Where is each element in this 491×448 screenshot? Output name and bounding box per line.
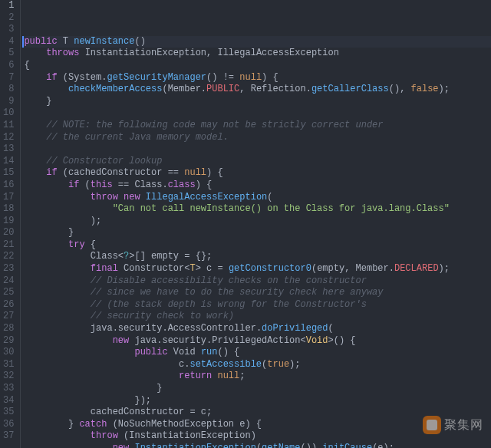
code-line[interactable]: throws InstantiationException, IllegalAc… [24, 48, 491, 60]
code-line[interactable]: return null; [24, 371, 491, 383]
code-line[interactable]: }); [24, 395, 491, 407]
code-token: Class [91, 251, 118, 262]
code-area[interactable]: 聚集网 public T newInstance() throws Instan… [21, 0, 491, 448]
code-line[interactable]: } [24, 96, 491, 108]
code-token [24, 347, 134, 357]
code-token [24, 419, 68, 430]
code-token: ) { [245, 419, 262, 430]
code-token: { [24, 60, 29, 71]
code-token [24, 227, 68, 238]
code-line[interactable]: throw (InstantiationException) [24, 430, 491, 443]
code-token: setAccessible [189, 359, 262, 370]
code-line[interactable]: // Constructor lookup [24, 156, 491, 168]
code-token: ( [162, 84, 167, 94]
code-line[interactable]: } [24, 383, 491, 395]
line-number: 23 [3, 263, 14, 275]
code-token: throws [46, 48, 79, 58]
code-line[interactable]: cachedConstructor = c; [24, 407, 491, 419]
code-token: // Disable accessibility checks on the c… [91, 275, 367, 286]
code-token [24, 84, 68, 94]
code-token: empty [317, 263, 344, 274]
code-line[interactable]: Class<?>[] empty = {}; [24, 251, 491, 263]
code-token: public [24, 36, 57, 47]
code-token: getConstructor0 [229, 263, 311, 274]
line-number: 33 [3, 383, 14, 395]
code-token: (cachedConstructor [58, 167, 168, 178]
code-line[interactable]: java.security.AccessController.doPrivile… [24, 323, 491, 335]
code-token [24, 48, 46, 58]
code-token [24, 323, 90, 334]
code-line[interactable]: checkMemberAccess(Member.PUBLIC, Reflect… [24, 84, 491, 96]
line-number: 1 [3, 0, 14, 12]
code-editor[interactable]: 1234567891011121314151617181920212223242… [0, 0, 491, 448]
line-number: 14 [3, 156, 14, 168]
code-token: ( [267, 192, 272, 203]
code-token: cachedConstructor [91, 407, 190, 417]
code-token: DECLARED [394, 263, 439, 274]
code-line[interactable] [24, 143, 491, 156]
code-token: ( [256, 443, 262, 448]
code-token: Void [168, 347, 201, 357]
code-line[interactable] [24, 107, 491, 120]
code-token: security [118, 323, 163, 334]
code-line[interactable]: try { [24, 239, 491, 252]
code-token: c [206, 263, 217, 274]
code-token: >() { [328, 335, 356, 346]
code-token [24, 287, 90, 298]
code-token [24, 167, 46, 178]
code-token: . [256, 323, 262, 334]
code-line[interactable]: c.setAccessible(true); [24, 359, 491, 371]
code-line[interactable]: "Can not call newInstance() on the Class… [24, 203, 491, 216]
code-token: InstantiationException, IllegalAccessExc… [79, 48, 338, 58]
code-line[interactable]: { [24, 60, 491, 72]
line-number: 4 [3, 36, 14, 48]
code-token [24, 359, 179, 370]
code-line[interactable]: // Disable accessibility checks on the c… [24, 275, 491, 288]
code-token [24, 407, 90, 417]
code-line[interactable]: throw new IllegalAccessException( [24, 192, 491, 204]
code-token: // the current Java memory model. [46, 132, 229, 143]
code-line[interactable]: // the current Java memory model. [24, 132, 491, 144]
code-line[interactable]: public T newInstance() [22, 36, 491, 48]
code-line[interactable]: // since we have to do the security chec… [24, 287, 491, 299]
code-token: final [91, 263, 118, 274]
code-line[interactable]: // (the stack depth is wrong for the Con… [24, 299, 491, 311]
code-token: PrivilegedAction [212, 335, 300, 346]
code-line[interactable]: // security check to work) [24, 311, 491, 323]
code-line[interactable]: if (System.getSecurityManager() != null)… [24, 72, 491, 84]
code-token: ); [289, 359, 300, 370]
code-token: // NOTE: the following code may not be s… [46, 120, 383, 130]
code-token: (System. [58, 72, 107, 83]
code-line[interactable]: public Void run() { [24, 347, 491, 359]
code-token: if [68, 180, 79, 190]
code-token: . [113, 323, 118, 334]
code-token: ; [239, 371, 245, 381]
code-token: if [46, 72, 57, 83]
code-token [24, 180, 68, 190]
code-line[interactable]: final Constructor<T> c = getConstructor0… [24, 263, 491, 275]
code-token [24, 383, 157, 394]
code-line[interactable]: if (cachedConstructor == null) { [24, 167, 491, 180]
code-token: new [124, 192, 140, 203]
code-token [24, 203, 112, 214]
code-token: java [129, 335, 157, 346]
code-token: catch [79, 419, 107, 430]
code-line[interactable]: if (this == Class.class) { [24, 180, 491, 192]
code-token: Constructor [118, 263, 184, 274]
code-line[interactable]: } catch (NoSuchMethodException e) { [24, 419, 491, 431]
code-line[interactable]: new InstantiationException(getName()).in… [24, 443, 491, 448]
line-number: 11 [3, 120, 14, 132]
code-line[interactable]: } [24, 227, 491, 239]
code-token: ()). [301, 443, 323, 448]
code-token: ( [328, 323, 334, 334]
code-token: null [184, 167, 206, 178]
code-line[interactable]: ); [24, 216, 491, 228]
code-line[interactable]: new java.security.PrivilegedAction<Void>… [24, 335, 491, 348]
code-token: == [118, 180, 135, 190]
code-token: . [389, 263, 394, 274]
code-token: . [162, 180, 167, 190]
code-token: "Can not call newInstance() on the Class… [113, 203, 450, 214]
code-line[interactable]: // NOTE: the following code may not be s… [24, 120, 491, 132]
code-token: // since we have to do the security chec… [91, 287, 384, 298]
code-token [24, 72, 46, 83]
